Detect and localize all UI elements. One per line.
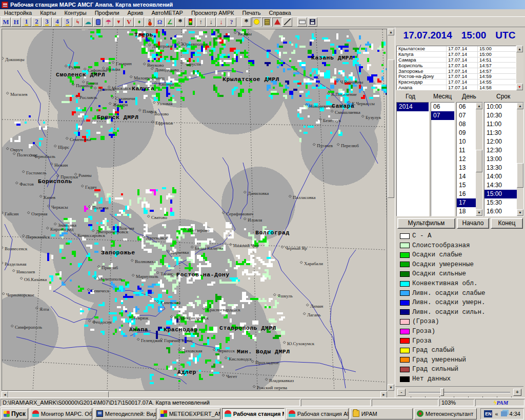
listbox-scrollbar[interactable]: ▲▼ xyxy=(517,103,523,216)
menu-item-АвтоМЕТАР[interactable]: АвтоМЕТАР xyxy=(147,9,187,16)
station-row[interactable]: Краснодар17.07.1414:55 xyxy=(397,79,516,85)
end-button[interactable]: Конец xyxy=(491,218,523,229)
task-button-consult[interactable]: Метеоконсультант xyxy=(414,408,477,419)
list-option[interactable]: 15 xyxy=(457,181,476,190)
scroll-down-icon[interactable]: ▼ xyxy=(517,209,523,216)
list-option[interactable]: 10 xyxy=(457,137,476,146)
list-option[interactable]: 06 xyxy=(457,103,476,111)
task-button-folder[interactable]: ИРАМ xyxy=(350,408,413,419)
list-option[interactable]: 11:30 xyxy=(484,129,517,137)
station-row[interactable]: Запорожье17.07.1414:57 xyxy=(397,68,516,74)
station-row[interactable]: Крылатское17.07.1415:00 xyxy=(397,46,516,52)
language-indicator[interactable]: EN xyxy=(484,410,492,417)
view-3-button[interactable]: 3 xyxy=(42,17,52,27)
list-option[interactable]: 2014 xyxy=(397,103,429,111)
list-option[interactable]: 14 xyxy=(457,172,476,181)
list-option[interactable]: 14:00 xyxy=(484,172,517,181)
month-listbox[interactable]: 0607 xyxy=(431,102,455,216)
cylinder-icon[interactable] xyxy=(93,17,103,27)
list-option[interactable]: 08 xyxy=(457,120,476,129)
station-row[interactable]: Анапа17.07.1414:58 xyxy=(397,85,516,90)
list-option[interactable]: 12:00 xyxy=(484,137,517,146)
list-option[interactable]: 13:30 xyxy=(484,164,517,172)
list-option[interactable]: 12 xyxy=(457,155,476,164)
list-option[interactable]: 14:30 xyxy=(484,181,517,190)
view-5-button[interactable]: 5 xyxy=(63,17,72,27)
sun-icon[interactable] xyxy=(252,17,261,27)
slider-track[interactable] xyxy=(409,392,510,393)
task-button-mars[interactable]: Рабочая станция М... xyxy=(222,408,285,419)
menu-item-Архив[interactable]: Архив xyxy=(124,9,148,16)
weather-map[interactable]: ТверьКрылатское ДМРЛСмоленск ДМРЛБрянск … xyxy=(2,29,387,391)
scroll-up-icon[interactable]: ▲ xyxy=(516,46,523,52)
list-option[interactable]: 06 xyxy=(431,103,454,111)
list-option[interactable]: 13 xyxy=(457,164,476,172)
zoom-out-button[interactable]: - xyxy=(397,389,406,396)
scroll-down-icon[interactable]: ▼ xyxy=(388,384,394,391)
task-button-expert[interactable]: METEOEXPERT_АМСГ А... xyxy=(158,408,220,419)
save-icon[interactable] xyxy=(308,17,317,27)
thermometer-icon[interactable] xyxy=(145,17,154,27)
menu-item-Справка[interactable]: Справка xyxy=(265,9,295,16)
tray-chevron[interactable]: « xyxy=(495,411,498,417)
bird-icon[interactable]: ♦ xyxy=(134,17,144,27)
list-option[interactable]: 11:00 xyxy=(484,120,517,129)
list-option[interactable]: 10:00 xyxy=(484,103,517,111)
cabinet-icon[interactable] xyxy=(262,17,272,27)
scroll-up-icon[interactable]: ▲ xyxy=(388,29,394,35)
station-table[interactable]: Крылатское17.07.1415:00Калуга17.07.1415:… xyxy=(396,46,516,90)
view-2-button[interactable]: 2 xyxy=(32,17,42,27)
task-button-mars[interactable]: Монитор МАРС. Объе... xyxy=(30,408,92,419)
clouds-icon[interactable]: ☁ xyxy=(83,17,93,27)
printer-icon[interactable] xyxy=(297,17,307,27)
red-arrow-down-icon[interactable]: ↓ xyxy=(216,17,226,27)
listbox-scrollbar[interactable]: ▲▼ xyxy=(476,103,482,216)
list-option[interactable]: 15:30 xyxy=(484,198,517,207)
asterisk-icon[interactable]: * xyxy=(241,17,251,27)
menu-item-Настройка[interactable]: Настройка xyxy=(0,9,36,16)
task-button-mars[interactable]: Рабочая станция АМР... xyxy=(286,408,349,419)
term-listbox[interactable]: 10:0010:3011:0011:3012:0012:3013:0013:30… xyxy=(484,102,524,216)
red-check-icon[interactable]: V xyxy=(124,17,134,27)
scroll-up-icon[interactable]: ▲ xyxy=(517,103,523,109)
arrow-up-icon[interactable]: ↑ xyxy=(196,17,206,27)
list-option[interactable]: 12:30 xyxy=(484,146,517,155)
multfilm-button[interactable]: Мультфильм xyxy=(397,218,455,229)
task-button-display[interactable]: Метеодисплей: Вид 17... xyxy=(94,408,156,419)
m-button[interactable]: M xyxy=(1,17,11,27)
diagonal-line-icon[interactable] xyxy=(282,17,292,27)
list-option[interactable]: 11 xyxy=(457,146,476,155)
scroll-down-icon[interactable]: ▼ xyxy=(476,209,482,216)
menu-item-Печать[interactable]: Печать xyxy=(238,9,265,16)
scroll-up-icon[interactable]: ▲ xyxy=(476,103,482,109)
snowflake-icon[interactable]: * xyxy=(175,17,185,27)
station-row[interactable]: Борисполь17.07.1414:57 xyxy=(397,63,516,68)
colorbar-icon[interactable] xyxy=(186,17,195,27)
menu-item-Просмотр АМРК[interactable]: Просмотр АМРК xyxy=(187,9,238,16)
zoom-in-button[interactable]: + xyxy=(513,389,521,396)
day-listbox[interactable]: 06070809101112131415161718▲▼ xyxy=(456,102,483,216)
station-row[interactable]: Самара17.07.1414:51 xyxy=(397,57,516,63)
menu-item-Профили[interactable]: Профили xyxy=(91,9,124,16)
list-option[interactable]: 10:30 xyxy=(484,111,517,120)
list-option[interactable]: 07 xyxy=(431,111,454,120)
scrollbar-thumb[interactable] xyxy=(476,150,482,172)
slider-thumb[interactable] xyxy=(440,388,444,396)
network-icon[interactable] xyxy=(501,411,507,416)
view-1-button[interactable]: 1 xyxy=(22,17,31,27)
station-row[interactable]: Ростов-на-Дону17.07.1414:59 xyxy=(397,74,516,79)
list-option[interactable]: 07 xyxy=(457,111,476,120)
list-option[interactable]: 17 xyxy=(457,198,476,207)
map-vertical-scrollbar[interactable]: ▲ ▼ xyxy=(388,29,395,391)
bell-icon[interactable]: Ω xyxy=(155,17,165,27)
scroll-down-icon[interactable]: ▼ xyxy=(516,84,523,90)
arrow-down-icon[interactable]: ↓ xyxy=(206,17,216,27)
list-option[interactable]: 16 xyxy=(457,190,476,198)
volcano-icon[interactable] xyxy=(272,17,282,27)
view-4-button[interactable]: 4 xyxy=(52,17,62,27)
scrollbar-thumb[interactable] xyxy=(388,59,394,198)
list-option[interactable]: 16:00 xyxy=(484,207,517,216)
list-option[interactable]: 09 xyxy=(457,129,476,137)
mushroom-icon[interactable]: ▼ xyxy=(114,17,124,27)
help-icon[interactable]: ? xyxy=(227,17,236,27)
